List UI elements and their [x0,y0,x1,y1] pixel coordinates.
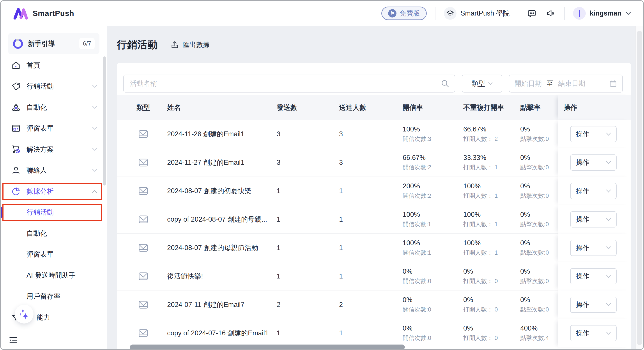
pie-chart-icon [11,186,21,196]
sidebar-subitem-label: 行銷活動 [26,208,54,217]
unique-open-rate-value: 100% [463,239,520,247]
unique-open-sub: 打開人數： 0 [463,334,520,342]
envelope-icon [138,158,148,168]
sidebar-subitem-campaign-analytics[interactable]: 行銷活動 [1,202,107,223]
horizontal-scrollbar[interactable] [130,345,405,349]
row-actions-dropdown[interactable]: 操作 [570,126,616,142]
sidebar-item-campaigns[interactable]: 行銷活動 [1,76,107,97]
row-actions-dropdown[interactable]: 操作 [570,325,616,341]
unique-open-rate-cell: 100% 打開人數： 1 [463,182,520,200]
user-menu[interactable]: kingsman [573,7,631,20]
chevron-down-icon [626,11,631,15]
row-actions-dropdown[interactable]: 操作 [570,297,616,313]
page-scrollbar-thumb[interactable] [637,31,642,345]
delivered-count: 1 [339,272,402,280]
col-sent: 發送數 [277,103,339,112]
brand[interactable]: SmartPush [13,6,74,20]
sidebar-subitem-popup-analytics[interactable]: 彈窗表單 [1,244,107,265]
unique-open-sub: 打開人數： 1 [463,220,520,228]
campaign-name-search-input[interactable] [123,75,455,93]
actions-label: 操作 [576,272,590,281]
chevron-down-icon [92,148,97,151]
click-count-sub: 點擊次數:0 [520,164,558,171]
academy-link[interactable]: SmartPush 學院 [444,7,510,20]
calendar-icon [609,80,617,87]
plan-badge[interactable]: ⚑ 免費版 [381,6,427,20]
click-count-sub: 點擊次數:4 [520,334,558,342]
sidebar-item-contacts[interactable]: 聯絡人 [1,160,107,181]
onboarding-card[interactable]: 新手引導 6/7 [8,33,100,54]
unique-open-rate-cell: 66.67% 打開人數： 2 [463,125,520,143]
page-scrollbar[interactable] [636,26,643,349]
academy-label: SmartPush 學院 [460,9,510,18]
unique-open-sub: 打開人數： 0 [463,277,520,285]
open-count-sub: 開信次數:1 [402,220,463,228]
end-date-placeholder: 結束日期 [558,79,585,88]
chevron-up-icon [92,190,97,193]
sidebar-item-popup-forms[interactable]: 彈窗表單 [1,118,107,139]
row-actions-dropdown[interactable]: 操作 [570,155,616,171]
click-rate-value: 0% [520,125,558,133]
plan-badge-label: 免費版 [400,9,420,18]
open-rate-value: 200% [402,182,463,190]
cart-clock-icon [11,144,21,155]
sidebar-subitem-ai-send-time[interactable]: AI 發送時間助手 [1,265,107,286]
chevron-down-icon [92,127,97,130]
unique-open-rate-value: 0% [463,296,520,304]
graduation-cap-icon [444,7,456,20]
sidebar-item-automation[interactable]: 自動化 [1,97,107,118]
actions-label: 操作 [576,158,590,167]
col-unique-open-rate: 不重複打開率 [463,103,520,112]
sidebar-item-analytics[interactable]: 數據分析 [1,181,107,202]
sidebar-subitem-retention[interactable]: 用戶留存率 [1,286,107,307]
table-row: 2024-07-11 創建的Email7 2 2 0% 開信次數:0 0% 打開… [117,291,631,319]
col-open-rate: 開信率 [402,103,463,112]
collapse-sidebar-icon[interactable] [9,337,18,344]
sidebar-subitem-automation-analytics[interactable]: 自動化 [1,223,107,244]
divider [435,7,436,20]
type-filter-dropdown[interactable]: 類型 [462,75,502,93]
main-content: 行銷活動 匯出數據 [107,26,643,349]
click-rate-value: 0% [520,239,558,247]
actions-label: 操作 [576,186,590,195]
sidebar-subitem-label: 彈窗表單 [26,250,54,259]
chevron-down-icon [92,85,97,88]
open-count-sub: 開信次數:3 [402,135,463,143]
sparkles-icon [18,308,30,321]
person-icon [11,166,21,175]
row-actions-dropdown[interactable]: 操作 [570,240,616,256]
delivered-count: 1 [339,244,402,252]
actions-label: 操作 [576,130,590,139]
unique-open-sub: 打開人數： 2 [463,135,520,143]
open-rate-value: 0% [402,268,463,275]
row-actions-dropdown[interactable]: 操作 [570,268,616,284]
unique-open-sub: 打開人數： 0 [463,306,520,314]
ai-assistant-button[interactable] [15,305,34,324]
onboarding-label: 新手引導 [28,39,55,48]
row-actions-dropdown[interactable]: 操作 [570,183,616,199]
feedback-icon[interactable] [526,8,537,18]
unique-open-sub: 打開人數： 1 [463,192,520,200]
sidebar-menu: 首頁 行銷活動 [1,55,107,328]
sidebar-item-solutions[interactable]: 解決方案 [1,139,107,160]
start-date-placeholder: 開始日期 [514,79,542,88]
campaign-name: 2024-11-28 創建的Email1 [167,130,277,139]
delivered-count: 1 [339,187,402,195]
unique-open-rate-cell: 0% 打開人數： 0 [463,324,520,342]
email-type-cell [117,129,167,139]
date-range-picker[interactable]: 開始日期 至 結束日期 [509,75,623,93]
sidebar-item-label: 解決方案 [26,145,54,154]
envelope-icon [138,271,148,281]
sidebar-footer [1,331,107,349]
sidebar-item-home[interactable]: 首頁 [1,55,107,76]
export-data-button[interactable]: 匯出數據 [171,40,210,49]
delivered-count: 1 [339,215,402,223]
announcement-icon[interactable] [546,8,556,18]
row-actions-dropdown[interactable]: 操作 [570,211,616,227]
click-rate-cell: 0% 點擊次數:0 [520,125,558,143]
email-type-cell [117,300,167,310]
type-filter-label: 類型 [472,79,485,88]
sidebar-scrollbar[interactable] [103,56,106,185]
click-rate-cell: 0% 點擊次數:0 [520,268,558,285]
search-icon[interactable] [441,79,450,88]
